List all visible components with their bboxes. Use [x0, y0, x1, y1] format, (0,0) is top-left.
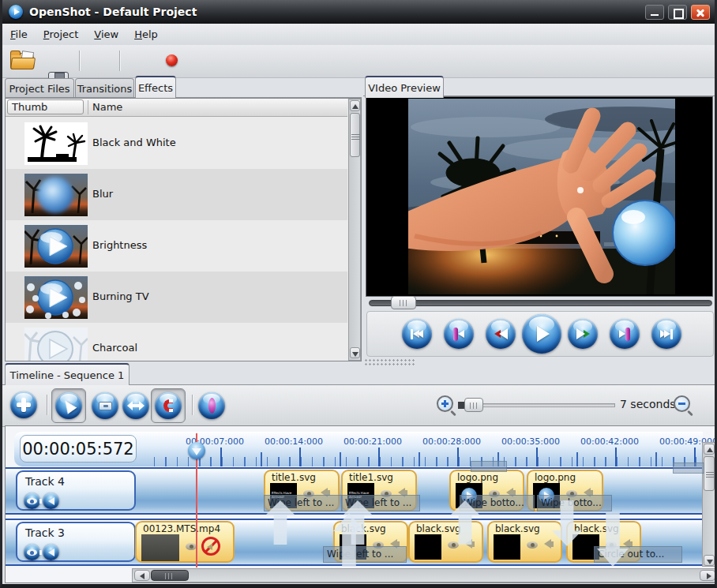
add-marker-button[interactable] — [198, 392, 225, 419]
ruler-label: 00:00:35:000 — [491, 436, 570, 447]
timeline-vscrollbar[interactable] — [702, 442, 716, 567]
main-toolbar — [2, 45, 715, 78]
skip-to-end-button[interactable] — [651, 319, 681, 349]
effect-row[interactable]: Black and White — [6, 118, 347, 169]
menu-view[interactable]: View — [86, 25, 126, 43]
scroll-up-button[interactable] — [704, 444, 715, 455]
scroll-left-button[interactable] — [134, 570, 150, 581]
brightness-thumb — [24, 225, 88, 268]
eye-icon[interactable] — [448, 541, 459, 549]
clip-black[interactable]: black.svg — [487, 521, 562, 563]
speaker-icon[interactable] — [544, 539, 551, 549]
tab-timeline[interactable]: Timeline - Sequence 1 — [5, 363, 130, 385]
clip-label: logo.png — [457, 472, 498, 483]
razor-tool-button[interactable] — [92, 392, 118, 419]
tab-project-files[interactable]: Project Files — [5, 78, 74, 98]
scrollbar-thumb[interactable] — [151, 570, 189, 581]
zoom-slider-groove[interactable] — [482, 403, 615, 407]
burning-tv-thumb — [24, 276, 88, 319]
close-button[interactable] — [691, 5, 710, 20]
eye-icon[interactable] — [527, 541, 538, 549]
zoom-level-label: 7 seconds — [620, 398, 676, 410]
video-preview[interactable] — [366, 96, 713, 297]
scroll-right-button[interactable] — [700, 570, 715, 581]
effect-row[interactable]: Brightness — [6, 220, 347, 272]
effect-row[interactable]: Charcoal — [6, 323, 347, 361]
fast-forward-icon — [576, 328, 585, 339]
next-marker-button[interactable] — [610, 319, 640, 349]
video-frame — [366, 97, 712, 296]
add-track-button[interactable] — [10, 391, 37, 418]
transition-fragment[interactable] — [673, 463, 704, 474]
snap-tool-button[interactable] — [155, 392, 182, 419]
transition-fragment[interactable] — [471, 461, 507, 472]
scroll-up-button[interactable] — [350, 100, 360, 111]
scroll-down-button[interactable] — [350, 347, 360, 358]
arrow-down-icon — [352, 352, 358, 357]
scrollbar-thumb[interactable] — [350, 113, 360, 157]
track-visible-button[interactable] — [24, 492, 40, 509]
tab-transitions[interactable]: Transitions — [75, 78, 134, 98]
menu-bar: File Project View Help — [2, 24, 715, 46]
menu-help[interactable]: Help — [126, 25, 166, 43]
transition[interactable]: Wipe botto... — [537, 495, 612, 511]
timeline-ruler[interactable]: 00:00:05:572 00:00:07:000 00:00:14:000 0… — [14, 432, 703, 466]
clip-thumbnail — [494, 534, 520, 560]
previous-marker-button[interactable] — [444, 319, 474, 349]
select-tool-button[interactable] — [55, 392, 82, 419]
tab-video-preview[interactable]: VIdeo Preview — [365, 76, 444, 98]
maximize-button[interactable] — [668, 5, 687, 20]
track-visible-button[interactable] — [24, 544, 40, 560]
minimize-button[interactable] — [645, 5, 664, 20]
marker-icon — [208, 398, 216, 414]
seek-slider[interactable] — [369, 300, 712, 306]
playhead-handle[interactable] — [188, 442, 205, 463]
zoom-out-button[interactable] — [674, 395, 690, 412]
openshot-logo-icon — [9, 5, 23, 19]
effect-row[interactable]: Burning TV — [6, 272, 347, 323]
fast-forward-button[interactable] — [568, 319, 598, 349]
track-audio-button[interactable] — [43, 492, 59, 509]
window-title: OpenShot - Default Project — [29, 6, 197, 18]
open-project-button[interactable] — [10, 51, 36, 71]
audio-muted-icon[interactable] — [201, 537, 220, 556]
ruler-label: 00:00:21:000 — [333, 436, 412, 447]
scroll-down-button[interactable] — [704, 555, 715, 566]
record-button[interactable] — [166, 54, 178, 66]
play-icon — [537, 326, 550, 342]
skip-to-start-button[interactable] — [402, 319, 432, 349]
eye-icon[interactable] — [186, 543, 197, 550]
seek-slider-handle[interactable] — [391, 296, 416, 309]
tab-effects[interactable]: Effects — [135, 76, 176, 98]
menu-file[interactable]: File — [2, 25, 36, 43]
zoom-slider-handle[interactable] — [464, 398, 483, 412]
arrow-right-icon — [707, 573, 711, 579]
clip-video[interactable]: 00123.MTS.mp4 — [135, 521, 235, 563]
arrow-left-icon — [140, 573, 145, 579]
timeline-canvas: 00:00:05:572 00:00:07:000 00:00:14:000 0… — [5, 425, 717, 583]
effects-scrollbar[interactable] — [348, 99, 361, 361]
transition[interactable]: Wipe left to ... — [323, 546, 407, 563]
timeline-hscrollbar[interactable] — [132, 568, 716, 582]
openshot-window: OpenShot - Default Project File Project … — [0, 0, 717, 588]
track-audio-button[interactable] — [43, 544, 59, 560]
clip-label: black.svg — [495, 523, 540, 534]
column-name[interactable]: Name — [92, 101, 122, 113]
clip-thumbnail — [141, 534, 179, 561]
list-header: Thumb Name — [6, 99, 347, 117]
effect-row[interactable]: Blur — [6, 169, 347, 220]
track-name: Track 3 — [25, 526, 65, 539]
resize-tool-button[interactable] — [122, 392, 149, 419]
rewind-button[interactable] — [486, 319, 516, 349]
blur-thumb — [24, 174, 88, 216]
scrollbar-thumb[interactable] — [704, 456, 715, 491]
pane-resize-grip[interactable] — [364, 358, 416, 365]
zoom-in-button[interactable] — [437, 395, 453, 412]
play-button[interactable] — [522, 314, 561, 354]
clip-thumbnail — [415, 534, 441, 560]
column-thumb[interactable]: Thumb — [7, 99, 84, 114]
eye-icon — [27, 498, 37, 504]
clip-black[interactable]: black.svg — [408, 521, 483, 563]
menu-project[interactable]: Project — [36, 25, 87, 43]
ruler-label: 00:00:14:000 — [254, 436, 333, 447]
